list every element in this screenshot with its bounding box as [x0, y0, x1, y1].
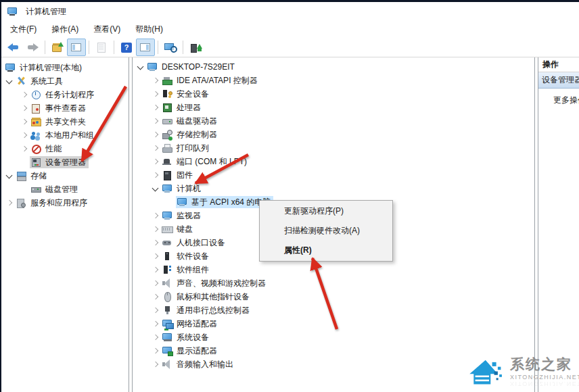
tree-item[interactable]: 网络适配器: [133, 317, 534, 330]
tree-item-content[interactable]: 安全设备: [161, 88, 212, 100]
chevron-down-icon[interactable]: [135, 62, 146, 72]
tree-item[interactable]: 系统工具: [1, 74, 129, 88]
update-driver-button[interactable]: [186, 39, 205, 56]
chevron-right-icon[interactable]: [19, 130, 30, 141]
tree-item[interactable]: 设备管理器: [1, 155, 129, 169]
console-tree-toggle-button[interactable]: [67, 39, 86, 56]
chevron-down-icon[interactable]: [4, 76, 15, 87]
chevron-right-icon[interactable]: [150, 264, 161, 275]
tree-item-content[interactable]: 系统工具: [15, 75, 66, 87]
tree-item[interactable]: 通用串行总线控制器: [133, 303, 534, 317]
tree-item[interactable]: 鼠标和其他指针设备: [133, 290, 534, 303]
chevron-right-icon[interactable]: [150, 291, 161, 302]
chevron-right-icon[interactable]: [150, 143, 161, 153]
tree-item[interactable]: 本地用户和组: [1, 128, 129, 142]
tree-item-content[interactable]: 磁盘驱动器: [161, 115, 220, 127]
tree-item-content[interactable]: 设备管理器: [30, 156, 89, 168]
tree-item-content[interactable]: 显示适配器: [161, 345, 220, 357]
chevron-right-icon[interactable]: [150, 345, 161, 356]
tree-item-content[interactable]: 存储: [15, 170, 49, 182]
menubar-item[interactable]: 操作(A): [44, 22, 86, 37]
tree-item[interactable]: 计算机: [133, 182, 534, 195]
tree-item[interactable]: 打印队列: [133, 141, 534, 155]
tree-item-content[interactable]: 通用串行总线控制器: [161, 304, 252, 316]
tree-item[interactable]: 磁盘管理: [1, 182, 129, 196]
tree-item-content[interactable]: 计算机管理(本地): [4, 62, 85, 74]
help-button[interactable]: ?: [117, 39, 136, 56]
tree-item[interactable]: IDE ATA/ATAPI 控制器: [133, 74, 534, 87]
properties-button[interactable]: [92, 39, 111, 56]
tree-item-content[interactable]: 系统设备: [161, 331, 212, 343]
tree-item[interactable]: 显示适配器: [133, 344, 534, 358]
menubar-item[interactable]: 文件(F): [3, 22, 44, 37]
tree-item-content[interactable]: 软件设备: [161, 250, 212, 262]
tree-item[interactable]: 计算机管理(本地): [1, 61, 129, 74]
tree-item-content[interactable]: 网络适配器: [161, 318, 220, 330]
chevron-right-icon[interactable]: [150, 170, 161, 180]
tree-item-content[interactable]: 固件: [161, 169, 195, 181]
tree-item[interactable]: 存储控制器: [133, 128, 534, 141]
more-actions-button[interactable]: 更多操作: [538, 93, 579, 107]
tree-item[interactable]: 任务计划程序: [1, 88, 129, 101]
chevron-right-icon[interactable]: [4, 197, 15, 208]
menubar-item[interactable]: 查看(V): [86, 22, 128, 37]
chevron-right-icon[interactable]: [150, 318, 161, 329]
chevron-right-icon[interactable]: [150, 237, 161, 248]
back-button[interactable]: [4, 39, 23, 56]
up-folder-button[interactable]: [48, 39, 67, 56]
tree-item-content[interactable]: 磁盘管理: [30, 183, 80, 195]
tree-item-content[interactable]: 键盘: [161, 223, 195, 235]
context-menu-item[interactable]: 更新驱动程序(P): [260, 201, 392, 221]
tree-item-content[interactable]: 监视器: [161, 210, 204, 222]
chevron-right-icon[interactable]: [150, 156, 161, 167]
tree-item[interactable]: 性能: [1, 142, 129, 155]
action-pane-toggle-button[interactable]: [136, 39, 155, 56]
context-menu-item[interactable]: 属性(R): [260, 241, 392, 260]
tree-item-content[interactable]: 声音、视频和游戏控制器: [161, 277, 269, 289]
tree-item[interactable]: 固件: [133, 168, 534, 182]
tree-item[interactable]: 磁盘驱动器: [133, 114, 534, 128]
forward-button[interactable]: [23, 39, 42, 56]
chevron-right-icon[interactable]: [19, 143, 30, 154]
tree-item-content[interactable]: DESKTOP-7S29EIT: [146, 61, 237, 73]
tree-item-content[interactable]: 存储控制器: [161, 128, 220, 141]
chevron-right-icon[interactable]: [19, 89, 30, 100]
chevron-right-icon[interactable]: [150, 332, 161, 343]
tree-item[interactable]: 声音、视频和游戏控制器: [133, 276, 534, 290]
tree-item[interactable]: 事件查看器: [1, 101, 129, 115]
chevron-right-icon[interactable]: [150, 278, 161, 289]
remote-computer-button[interactable]: [161, 39, 180, 56]
tree-item-content[interactable]: 共享文件夹: [30, 116, 89, 128]
tree-item-content[interactable]: 处理器: [161, 101, 204, 114]
chevron-right-icon[interactable]: [150, 75, 161, 86]
menubar-item[interactable]: 帮助(H): [128, 22, 170, 37]
tree-item[interactable]: 系统设备: [133, 330, 534, 344]
chevron-right-icon[interactable]: [19, 103, 30, 114]
chevron-right-icon[interactable]: [150, 129, 161, 140]
tree-item-content[interactable]: 人机接口设备: [161, 237, 228, 249]
chevron-right-icon[interactable]: [150, 102, 161, 113]
tree-item-content[interactable]: 端口 (COM 和 LPT): [161, 155, 250, 168]
tree-item-content[interactable]: 鼠标和其他指针设备: [161, 291, 252, 303]
tree-item-content[interactable]: 计算机: [161, 182, 204, 195]
tree-item-content[interactable]: 音频输入和输出: [161, 358, 236, 370]
tree-item[interactable]: 服务和应用程序: [1, 196, 129, 210]
tree-item[interactable]: 存储: [1, 169, 129, 182]
chevron-right-icon[interactable]: [150, 210, 161, 221]
tree-item[interactable]: 处理器: [133, 101, 534, 114]
tree-item[interactable]: 端口 (COM 和 LPT): [133, 155, 534, 168]
context-menu-item[interactable]: 扫描检测硬件改动(A): [260, 221, 392, 241]
tree-item[interactable]: 共享文件夹: [1, 115, 129, 128]
tree-item-content[interactable]: IDE ATA/ATAPI 控制器: [161, 74, 260, 87]
tree-item[interactable]: 软件组件: [133, 263, 534, 276]
chevron-right-icon[interactable]: [150, 116, 161, 126]
tree-item-content[interactable]: 本地用户和组: [30, 129, 97, 141]
chevron-right-icon[interactable]: [150, 251, 161, 262]
chevron-right-icon[interactable]: [150, 305, 161, 316]
tree-item-content[interactable]: 服务和应用程序: [15, 197, 90, 209]
tree-item-content[interactable]: 事件查看器: [30, 102, 89, 114]
chevron-right-icon[interactable]: [19, 116, 30, 127]
chevron-down-icon[interactable]: [150, 183, 161, 194]
tree-item-content[interactable]: 性能: [30, 143, 64, 155]
chevron-right-icon[interactable]: [150, 224, 161, 235]
